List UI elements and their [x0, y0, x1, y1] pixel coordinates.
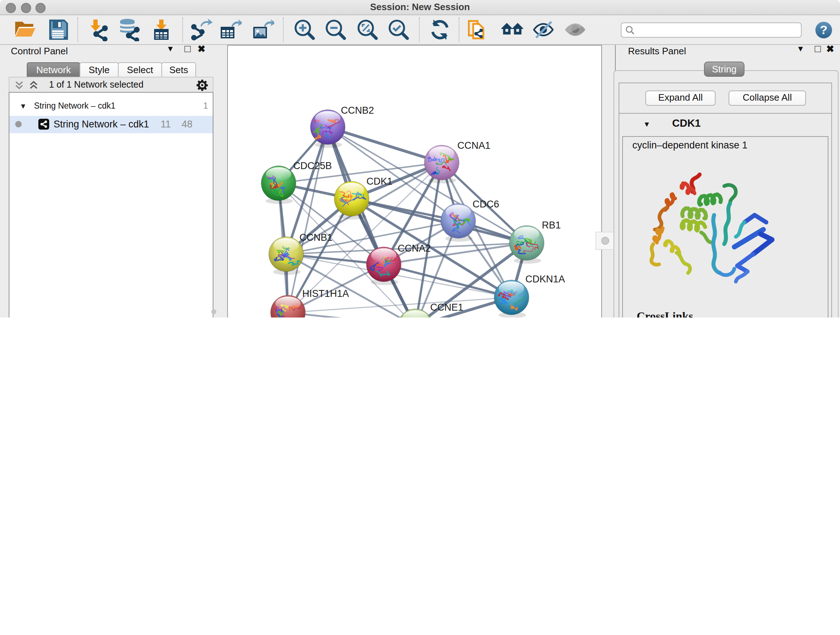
svg-text:CDK1: CDK1 [366, 176, 393, 187]
svg-text:HIST1H1A: HIST1H1A [302, 288, 349, 299]
svg-text:CCNA2: CCNA2 [398, 243, 431, 254]
svg-text:CCNA1: CCNA1 [457, 140, 491, 151]
svg-text:CCNB1: CCNB1 [300, 232, 333, 243]
svg-text:RB1: RB1 [542, 220, 561, 231]
svg-text:CDC6: CDC6 [472, 199, 499, 210]
svg-text:CDKN1A: CDKN1A [525, 274, 565, 285]
svg-text:CCNE1: CCNE1 [430, 302, 463, 313]
svg-text:CDC25B: CDC25B [294, 160, 332, 171]
svg-text:CCNB2: CCNB2 [341, 105, 374, 116]
